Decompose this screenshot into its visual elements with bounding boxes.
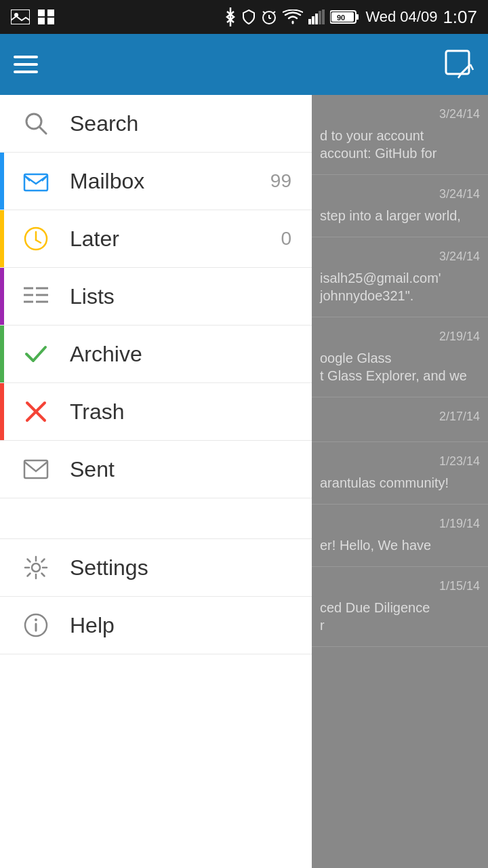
- svg-line-10: [263, 12, 266, 14]
- status-bar-left: [11, 9, 54, 24]
- status-date: Wed 04/09: [365, 8, 437, 26]
- help-label: Help: [70, 613, 291, 638]
- email-date-8: 1/15/14: [320, 579, 480, 593]
- settings-label: Settings: [70, 555, 291, 580]
- drawer-item-later[interactable]: Later 0: [0, 210, 312, 268]
- svg-line-11: [272, 12, 275, 14]
- compose-button[interactable]: [445, 50, 474, 79]
- email-item-8: 1/15/14 ced Due Diligencer: [312, 567, 488, 647]
- drawer-item-help[interactable]: Help: [0, 597, 312, 654]
- email-date-3: 3/24/14: [320, 250, 480, 264]
- svg-rect-4: [38, 18, 45, 24]
- svg-rect-0: [11, 9, 30, 24]
- svg-rect-38: [24, 460, 47, 478]
- drawer-item-sent[interactable]: Sent: [0, 441, 312, 498]
- status-bar-right: 90 Wed 04/09 1:07: [224, 7, 477, 28]
- svg-line-26: [40, 127, 46, 134]
- mailbox-icon: [20, 166, 51, 197]
- drawer-item-settings[interactable]: Settings: [0, 539, 312, 597]
- svg-rect-15: [319, 11, 321, 24]
- wifi-icon: [283, 9, 303, 24]
- svg-point-39: [32, 564, 40, 572]
- x-icon: [20, 397, 51, 427]
- svg-rect-12: [308, 19, 311, 24]
- svg-rect-14: [315, 14, 318, 24]
- lists-label: Lists: [70, 284, 291, 309]
- menu-button[interactable]: [14, 56, 38, 73]
- email-date-5: 2/17/14: [320, 410, 480, 424]
- email-preview-1: d to your accountaccount: GitHub for: [320, 127, 480, 162]
- email-date-6: 1/23/14: [320, 454, 480, 469]
- svg-rect-5: [47, 18, 54, 24]
- check-icon: [20, 339, 51, 370]
- svg-point-25: [26, 114, 41, 129]
- email-preview-3: isalh25@gmail.com'johnnydoe321".: [320, 269, 480, 304]
- email-date-7: 1/19/14: [320, 517, 480, 531]
- hamburger-line-1: [14, 56, 38, 58]
- list-icon: [20, 281, 51, 312]
- email-preview-2: step into a larger world,: [320, 207, 480, 224]
- drawer-spacer: [0, 498, 312, 539]
- svg-rect-16: [322, 9, 325, 24]
- email-item-3: 3/24/14 isalh25@gmail.com'johnnydoe321".: [312, 237, 488, 317]
- bluetooth-icon: [224, 7, 237, 26]
- hamburger-line-2: [14, 63, 38, 66]
- svg-rect-18: [356, 14, 359, 20]
- content-area: 3/24/14 d to your accountaccount: GitHub…: [0, 95, 488, 868]
- email-date-1: 3/24/14: [320, 107, 480, 121]
- archive-label: Archive: [70, 342, 291, 367]
- drawer-item-trash[interactable]: Trash: [0, 383, 312, 441]
- sent-label: Sent: [70, 457, 291, 482]
- drawer-item-lists[interactable]: Lists: [0, 268, 312, 326]
- email-item-1: 3/24/14 d to your accountaccount: GitHub…: [312, 95, 488, 175]
- later-badge: 0: [281, 228, 291, 250]
- email-preview-6: arantulas community!: [320, 474, 480, 492]
- info-icon: [20, 610, 51, 641]
- svg-rect-13: [312, 16, 314, 24]
- status-time: 1:07: [443, 7, 477, 28]
- envelope-icon: [20, 454, 51, 485]
- drawer-item-mailbox[interactable]: Mailbox 99: [0, 153, 312, 210]
- grid-icon: [38, 9, 54, 24]
- search-label: Search: [70, 111, 291, 136]
- status-bar: 90 Wed 04/09 1:07: [0, 0, 488, 34]
- navigation-drawer: Search Mailbox 99: [0, 95, 312, 868]
- drawer-item-search[interactable]: Search: [0, 95, 312, 153]
- shield-icon: [242, 9, 256, 25]
- mailbox-badge: 99: [270, 170, 291, 192]
- later-label: Later: [70, 226, 281, 252]
- email-preview-7: er! Hello, We have: [320, 536, 480, 554]
- email-date-2: 3/24/14: [320, 187, 480, 201]
- email-item-5: 2/17/14: [312, 397, 488, 442]
- svg-rect-2: [38, 9, 45, 16]
- trash-label: Trash: [70, 399, 291, 425]
- gallery-icon: [11, 9, 30, 24]
- search-icon: [20, 108, 51, 139]
- svg-point-42: [35, 618, 37, 621]
- battery-icon: 90: [330, 9, 360, 24]
- hamburger-line-3: [14, 71, 38, 73]
- svg-line-29: [36, 240, 41, 243]
- email-item-7: 1/19/14 er! Hello, We have: [312, 505, 488, 567]
- alarm-icon: [261, 9, 277, 25]
- drawer-item-archive[interactable]: Archive: [0, 326, 312, 383]
- email-item-4: 2/19/14 oogle Glasst Glass Explorer, and…: [312, 317, 488, 397]
- svg-text:90: 90: [337, 14, 345, 22]
- email-preview-4: oogle Glasst Glass Explorer, and we: [320, 349, 480, 384]
- email-item-2: 3/24/14 step into a larger world,: [312, 175, 488, 237]
- email-date-4: 2/19/14: [320, 330, 480, 344]
- mailbox-label: Mailbox: [70, 169, 270, 194]
- email-item-6: 1/23/14 arantulas community!: [312, 442, 488, 505]
- svg-line-23: [470, 64, 473, 70]
- email-list: 3/24/14 d to your accountaccount: GitHub…: [312, 95, 488, 868]
- signal-icon: [308, 9, 325, 24]
- clock-icon: [20, 224, 51, 254]
- svg-rect-3: [47, 9, 54, 16]
- settings-icon: [20, 553, 51, 583]
- email-preview-8: ced Due Diligencer: [320, 599, 480, 634]
- app-toolbar: [0, 34, 488, 95]
